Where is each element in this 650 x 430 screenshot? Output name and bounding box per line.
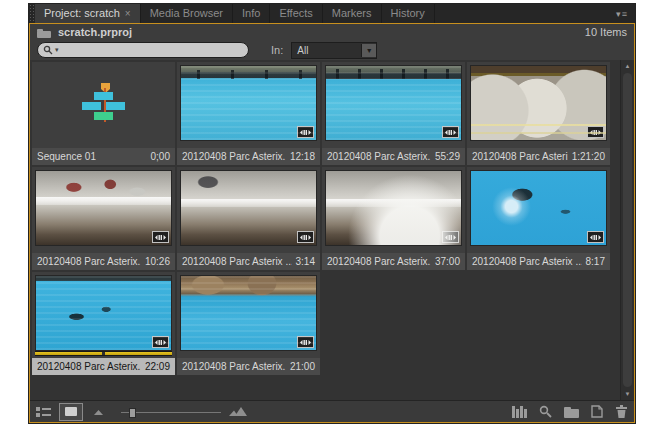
search-scope-dropdown[interactable]: All ▼ bbox=[291, 42, 377, 59]
av-badge-icon bbox=[590, 129, 601, 136]
clip-tile[interactable]: 20120408 Parc Asterix... 12:18 bbox=[177, 62, 320, 165]
search-in-label: In: bbox=[271, 44, 283, 56]
clip-thumbnail[interactable] bbox=[35, 65, 172, 141]
av-clip-badge bbox=[297, 231, 314, 243]
clip-grid: Sequence 01 0;00 20120408 Parc Asterix..… bbox=[32, 62, 614, 377]
zoom-in-icon bbox=[229, 406, 248, 417]
sequence-icon bbox=[81, 83, 127, 123]
av-badge-icon bbox=[300, 129, 311, 136]
clip-tile[interactable]: 20120408 Parc Asterix... 21:00 bbox=[177, 272, 320, 375]
tab-history[interactable]: History bbox=[382, 4, 435, 23]
zoom-in-button[interactable] bbox=[229, 406, 248, 417]
chevron-down-icon[interactable]: ▼ bbox=[361, 44, 376, 57]
search-box[interactable]: ▾ bbox=[37, 42, 249, 58]
search-scope-value: All bbox=[292, 45, 361, 56]
clip-tile[interactable]: 20120408 Parc Asterix... 22:09 bbox=[32, 272, 175, 375]
clear-button[interactable] bbox=[615, 405, 628, 418]
icon-view-button[interactable] bbox=[59, 403, 83, 421]
project-panel: Project: scratch × Media Browser Info Ef… bbox=[28, 3, 636, 424]
clip-thumbnail[interactable] bbox=[35, 275, 172, 351]
search-filter-caret-icon[interactable]: ▾ bbox=[55, 46, 59, 54]
thumbnail-scrubber[interactable] bbox=[35, 351, 172, 356]
av-clip-badge bbox=[297, 126, 314, 138]
panel-tab-bar: Project: scratch × Media Browser Info Ef… bbox=[29, 4, 635, 23]
clip-tile[interactable]: 20120408 Parc Asterix ... 3:14 bbox=[177, 167, 320, 270]
icon-view-icon bbox=[65, 407, 77, 416]
automate-to-sequence-button[interactable] bbox=[512, 406, 527, 418]
clip-duration: 3:14 bbox=[296, 256, 315, 267]
bottom-toolbar bbox=[30, 400, 634, 422]
clip-name: 20120408 Parc Asterix ... bbox=[472, 256, 582, 267]
tabbar-spacer bbox=[435, 4, 609, 23]
new-bin-button[interactable] bbox=[564, 406, 579, 418]
clip-label: 20120408 Parc Asterix... 22:09 bbox=[32, 358, 175, 375]
clip-duration: 37:00 bbox=[435, 256, 460, 267]
clip-thumbnail[interactable] bbox=[180, 275, 317, 351]
tab-project[interactable]: Project: scratch × bbox=[35, 4, 141, 23]
clip-label: 20120408 Parc Asterix... 37:00 bbox=[322, 253, 465, 270]
list-view-icon bbox=[36, 406, 51, 418]
find-button[interactable] bbox=[539, 405, 552, 418]
av-clip-badge bbox=[442, 126, 459, 138]
av-badge-icon bbox=[445, 234, 456, 241]
clip-duration: 8:17 bbox=[586, 256, 605, 267]
clip-label: 20120408 Parc Asterix... 55:29 bbox=[322, 148, 465, 165]
clip-duration: 0;00 bbox=[151, 151, 170, 162]
clip-name: 20120408 Parc Asterix... bbox=[182, 151, 286, 162]
zoom-slider-handle[interactable] bbox=[129, 408, 136, 418]
clip-tile[interactable]: 20120408 Parc Asteri... 1:21:20 bbox=[467, 62, 610, 165]
new-bin-icon bbox=[564, 406, 579, 418]
av-clip-badge bbox=[152, 231, 169, 243]
clip-thumbnail[interactable] bbox=[470, 170, 607, 246]
clip-duration: 1:21:20 bbox=[572, 151, 605, 162]
search-row: ▾ In: All ▼ bbox=[30, 40, 634, 60]
list-view-button[interactable] bbox=[36, 406, 51, 418]
clip-thumbnail[interactable] bbox=[180, 65, 317, 141]
zoom-out-button[interactable] bbox=[93, 407, 105, 416]
clip-thumbnail[interactable] bbox=[325, 65, 462, 141]
clip-thumbnail[interactable] bbox=[325, 170, 462, 246]
clip-label: 20120408 Parc Asteri... 1:21:20 bbox=[467, 148, 610, 165]
new-item-button[interactable] bbox=[591, 405, 603, 418]
zoom-slider-track bbox=[121, 412, 221, 413]
search-icon bbox=[43, 45, 53, 55]
scroll-up-icon[interactable]: ▲ bbox=[621, 60, 634, 72]
av-badge-icon bbox=[300, 339, 311, 346]
clip-tile[interactable]: 20120408 Parc Asterix... 37:00 bbox=[322, 167, 465, 270]
clip-label: 20120408 Parc Asterix ... 3:14 bbox=[177, 253, 320, 270]
search-input[interactable] bbox=[61, 44, 243, 56]
av-badge-icon bbox=[155, 234, 166, 241]
tab-media-browser[interactable]: Media Browser bbox=[141, 4, 233, 23]
clip-label: 20120408 Parc Asterix... 21:00 bbox=[177, 358, 320, 375]
project-file-row: scratch.prproj 10 Items bbox=[30, 24, 634, 40]
panel-menu-icon[interactable]: ▾≡ bbox=[609, 4, 635, 23]
tab-effects[interactable]: Effects bbox=[270, 4, 322, 23]
scrollbar-thumb[interactable] bbox=[623, 73, 632, 387]
tab-markers[interactable]: Markers bbox=[323, 4, 382, 23]
clip-tile[interactable]: 20120408 Parc Asterix... 55:29 bbox=[322, 62, 465, 165]
thumbnail-zoom-slider[interactable] bbox=[121, 407, 221, 417]
items-count: 10 Items bbox=[585, 26, 627, 38]
clip-tile[interactable]: Sequence 01 0;00 bbox=[32, 62, 175, 165]
vertical-scrollbar[interactable]: ▲ ▼ bbox=[620, 60, 634, 400]
clip-thumbnail[interactable] bbox=[470, 65, 607, 141]
av-clip-badge bbox=[442, 231, 459, 243]
av-badge-icon bbox=[155, 339, 166, 346]
clip-thumbnail[interactable] bbox=[35, 170, 172, 246]
av-clip-badge bbox=[587, 126, 604, 138]
clip-thumbnail[interactable] bbox=[180, 170, 317, 246]
clip-name: 20120408 Parc Asterix... bbox=[37, 256, 141, 267]
clip-tile[interactable]: 20120408 Parc Asterix ... 8:17 bbox=[467, 167, 610, 270]
clip-name: 20120408 Parc Asterix... bbox=[37, 361, 141, 372]
clip-tile[interactable]: 20120408 Parc Asterix... 10:26 bbox=[32, 167, 175, 270]
automate-to-sequence-icon bbox=[512, 406, 527, 418]
bin-content: Sequence 01 0;00 20120408 Parc Asterix..… bbox=[30, 60, 634, 400]
av-badge-icon bbox=[590, 234, 601, 241]
clip-name: 20120408 Parc Asterix... bbox=[182, 361, 286, 372]
scroll-down-icon[interactable]: ▼ bbox=[621, 388, 634, 400]
project-file-name: scratch.prproj bbox=[58, 26, 132, 38]
close-icon[interactable]: × bbox=[125, 9, 131, 19]
av-clip-badge bbox=[297, 336, 314, 348]
new-item-icon bbox=[591, 405, 603, 418]
tab-info[interactable]: Info bbox=[233, 4, 270, 23]
